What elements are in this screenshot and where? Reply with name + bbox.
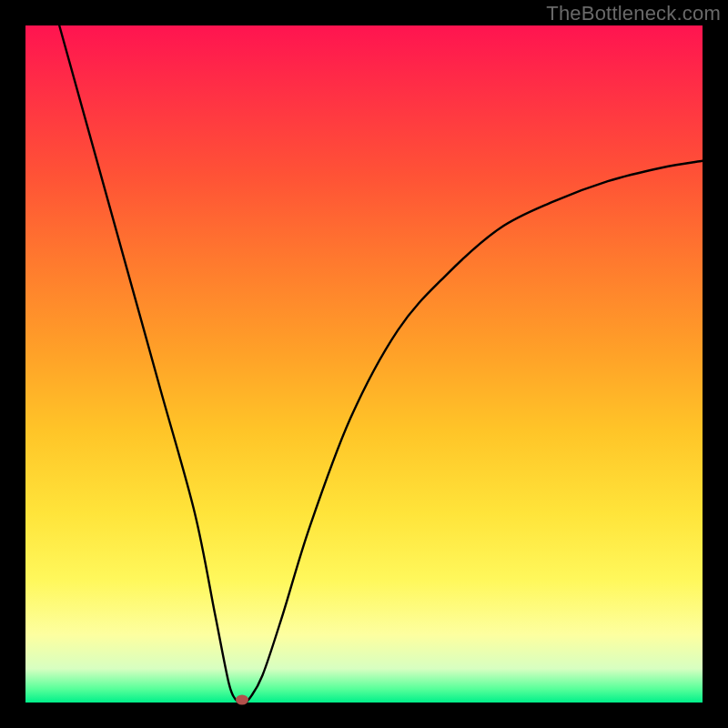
chart-frame: TheBottleneck.com [0,0,728,728]
plot-area [25,25,703,703]
curve-svg [25,25,703,703]
bottleneck-curve [59,25,703,703]
minimum-marker [236,695,248,705]
watermark-text: TheBottleneck.com [546,2,721,25]
